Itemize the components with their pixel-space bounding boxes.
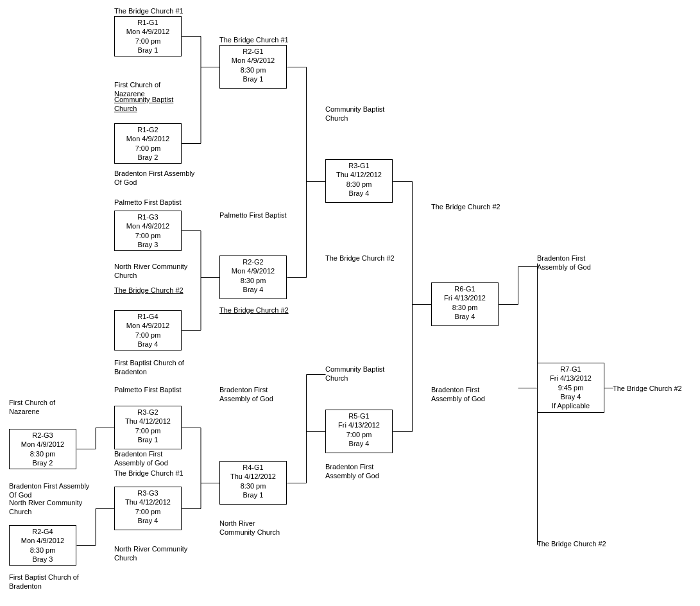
team-label-26: The Bridge Church #2 xyxy=(431,202,500,211)
team-label-19: Bradenton FirstAssembly of God xyxy=(114,449,168,468)
team-label-21: North RiverCommunity Church xyxy=(219,519,280,537)
match-r5g1: R5-G1Fri 4/13/20127:00 pmBray 4 xyxy=(325,410,393,453)
match-r1g3: R1-G3Mon 4/9/20127:00 pmBray 3 xyxy=(114,211,182,251)
bracket-container: R1-G1Mon 4/9/20127:00 pmBray 1R1-G2Mon 4… xyxy=(0,0,700,606)
match-r2g1: R2-G1Mon 4/9/20128:30 pmBray 1 xyxy=(219,45,287,89)
team-label-12: The Bridge Church #1 xyxy=(219,35,289,44)
match-r6g1: R6-G1Fri 4/13/20128:30 pmBray 4 xyxy=(431,282,499,326)
match-r4g1: R4-G1Thu 4/12/20128:30 pmBray 1 xyxy=(219,461,287,505)
team-label-29: The Bridge Church #2 xyxy=(613,384,682,393)
match-r1g2: R1-G2Mon 4/9/20127:00 pmBray 2 xyxy=(114,123,182,164)
team-label-2: Community BaptistChurch xyxy=(114,95,173,114)
team-label-13: Community BaptistChurch xyxy=(325,105,384,123)
team-label-20: The Bridge Church #1 xyxy=(114,469,184,478)
match-r3g3: R3-G3Thu 4/12/20127:00 pmBray 4 xyxy=(114,487,182,530)
match-r2g4: R2-G4Mon 4/9/20128:30 pmBray 3 xyxy=(9,525,76,566)
team-label-6: The Bridge Church #2 xyxy=(114,286,184,295)
match-r2g3: R2-G3Mon 4/9/20128:30 pmBray 2 xyxy=(9,429,76,469)
match-r7g1: R7-G1Fri 4/13/20129:45 pmBray 4If Applic… xyxy=(537,363,604,413)
match-r3g2: R3-G2Thu 4/12/20127:00 pmBray 1 xyxy=(114,406,182,449)
match-r1g4: R1-G4Mon 4/9/20127:00 pmBray 4 xyxy=(114,310,182,351)
team-label-10: North River CommunityChurch xyxy=(9,498,82,517)
team-label-24: Bradenton FirstAssembly of God xyxy=(325,462,379,481)
match-r3g1: R3-G1Thu 4/12/20128:30 pmBray 4 xyxy=(325,159,393,203)
team-label-9: Bradenton First AssemblyOf God xyxy=(9,481,89,500)
team-label-0: The Bridge Church #1 xyxy=(114,6,184,15)
team-label-27: Bradenton FirstAssembly of God xyxy=(537,254,591,272)
team-label-18: Bradenton FirstAssembly of God xyxy=(219,385,273,404)
team-label-25: Bradenton FirstAssembly of God xyxy=(431,385,485,404)
team-label-15: The Bridge Church #2 xyxy=(219,306,289,315)
match-r1g1: R1-G1Mon 4/9/20127:00 pmBray 1 xyxy=(114,16,182,56)
team-label-17: Palmetto First Baptist xyxy=(114,385,182,394)
team-label-14: Palmetto First Baptist xyxy=(219,211,287,220)
team-label-28: The Bridge Church #2 xyxy=(537,539,606,548)
team-label-23: Community BaptistChurch xyxy=(325,365,384,383)
team-label-3: Bradenton First AssemblyOf God xyxy=(114,169,194,187)
team-label-22: North River CommunityChurch xyxy=(114,544,187,563)
team-label-5: North River CommunityChurch xyxy=(114,262,187,281)
team-label-8: First Church ofNazarene xyxy=(9,398,55,417)
team-label-11: First Baptist Church ofBradenton xyxy=(9,573,79,591)
match-r2g2: R2-G2Mon 4/9/20128:30 pmBray 4 xyxy=(219,255,287,299)
team-label-7: First Baptist Church ofBradenton xyxy=(114,358,184,377)
team-label-16: The Bridge Church #2 xyxy=(325,254,395,263)
team-label-4: Palmetto First Baptist xyxy=(114,198,182,207)
